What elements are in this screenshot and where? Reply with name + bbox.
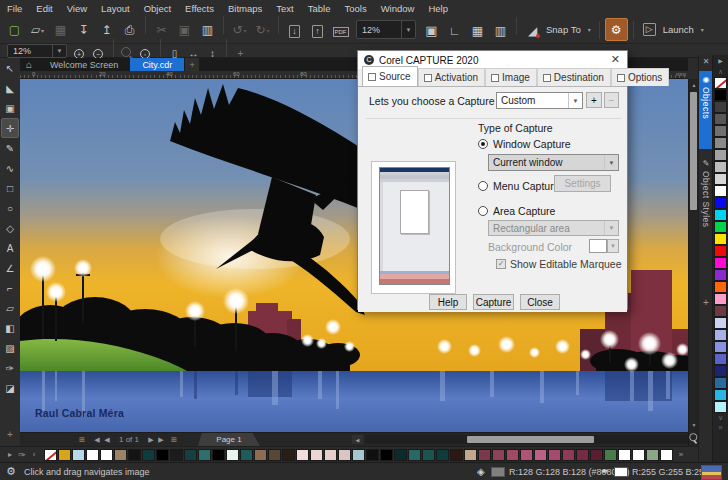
area-capture-radio[interactable] — [478, 206, 488, 216]
chevron-down-icon[interactable]: ▼ — [52, 45, 66, 57]
color-swatch[interactable] — [714, 113, 727, 125]
fullscreen-icon[interactable]: ▣ — [421, 20, 442, 41]
fill-color-swatch[interactable] — [491, 467, 505, 477]
color-swatch[interactable] — [534, 449, 547, 461]
color-swatch[interactable] — [714, 245, 727, 257]
color-swatch[interactable] — [128, 449, 141, 461]
color-swatch[interactable] — [226, 449, 239, 461]
add-docker-button[interactable]: + — [699, 297, 713, 308]
color-swatch[interactable] — [408, 449, 421, 461]
color-swatch[interactable] — [714, 185, 727, 197]
show-rulers-icon[interactable]: ∟ — [444, 21, 465, 42]
color-swatch[interactable] — [618, 449, 631, 461]
dialog-tab-image[interactable]: Image — [485, 68, 537, 86]
options-gear-icon[interactable]: ⚙ — [605, 18, 628, 41]
import-icon[interactable]: ↓ — [284, 21, 305, 42]
toolbar-zoom-combo[interactable]: 12% ▼ — [356, 20, 416, 39]
transparency-tool[interactable]: ▨ — [1, 338, 19, 358]
help-button[interactable]: Help — [429, 294, 467, 310]
next-page-icon[interactable]: ▶ — [146, 434, 156, 445]
capture-button[interactable]: Capture — [473, 294, 514, 310]
tab-welcome-screen[interactable]: Welcome Screen — [38, 58, 130, 71]
horizontal-scrollbar[interactable]: ◀ — [365, 435, 688, 444]
color-swatch[interactable] — [338, 449, 351, 461]
menu-layout[interactable]: Layout — [94, 3, 137, 14]
eraser-tool[interactable]: ◪ — [1, 378, 19, 398]
color-swatch[interactable] — [714, 197, 727, 209]
no-fill-swatch[interactable] — [44, 449, 57, 461]
preset-combo[interactable]: Custom ▼ — [496, 92, 583, 109]
menu-capture-label[interactable]: Menu Capture — [493, 180, 560, 192]
color-swatch[interactable] — [492, 449, 505, 461]
palette-flyout-icon[interactable]: ▶ — [718, 55, 723, 67]
color-swatch[interactable] — [240, 449, 253, 461]
vertical-scroll-thumb[interactable] — [690, 92, 697, 210]
first-page-icon[interactable]: ◀ — [92, 434, 102, 445]
dialog-tab-activation[interactable]: Activation — [418, 68, 485, 86]
menu-text[interactable]: Text — [269, 3, 300, 14]
color-swatch[interactable] — [478, 449, 491, 461]
color-swatch[interactable] — [352, 449, 365, 461]
area-capture-label[interactable]: Area Capture — [493, 205, 555, 217]
color-swatch[interactable] — [714, 293, 727, 305]
color-swatch[interactable] — [714, 257, 727, 269]
launch-icon[interactable]: ▷ — [639, 19, 660, 40]
palette-scroll-up-icon[interactable]: ∧ — [718, 67, 723, 77]
background-color-swatch[interactable] — [589, 239, 607, 253]
export-icon[interactable]: ↑ — [307, 21, 328, 42]
color-swatch[interactable] — [714, 317, 727, 329]
vertical-scrollbar[interactable]: ▲ ▼ — [688, 79, 698, 446]
freehand-tool[interactable]: ✎ — [1, 138, 19, 158]
color-swatch[interactable] — [714, 353, 727, 365]
color-swatch[interactable] — [310, 449, 323, 461]
redo-icon[interactable]: ↻▾ — [252, 20, 273, 41]
docker-tab-object-styles[interactable]: ✎ Object Styles — [699, 155, 713, 251]
color-swatch[interactable] — [296, 449, 309, 461]
palette-scroll-down-icon[interactable]: ∨ — [718, 413, 723, 423]
snap-toggle-icon[interactable]: ◢ — [522, 21, 543, 42]
menu-bitmaps[interactable]: Bitmaps — [221, 3, 269, 14]
color-swatch[interactable] — [590, 449, 603, 461]
color-swatch[interactable] — [714, 89, 727, 101]
shape-tool[interactable]: ◣ — [1, 78, 19, 98]
menu-capture-radio[interactable] — [478, 181, 488, 191]
show-grid-icon[interactable]: ▦ — [467, 21, 488, 42]
horizontal-scroll-thumb[interactable] — [467, 436, 594, 443]
color-swatch[interactable] — [562, 449, 575, 461]
palette-overflow-icon[interactable]: » — [675, 450, 687, 459]
color-swatch[interactable] — [212, 449, 225, 461]
area-capture-combo[interactable]: Rectangular area ▼ — [488, 220, 619, 236]
new-tab-button[interactable]: + — [185, 58, 199, 71]
menu-file[interactable]: File — [0, 3, 29, 14]
window-capture-radio[interactable] — [478, 139, 488, 149]
menu-view[interactable]: View — [60, 3, 94, 14]
color-swatch[interactable] — [714, 101, 727, 113]
color-swatch[interactable] — [714, 377, 727, 389]
tab-city-cdr[interactable]: City.cdr — [130, 58, 184, 71]
snap-to-label[interactable]: Snap To — [546, 24, 581, 35]
add-page-icon[interactable]: ⊞ — [168, 434, 180, 445]
polygon-tool[interactable]: ◇ — [1, 218, 19, 238]
launch-label[interactable]: Launch — [663, 24, 694, 35]
eyedropper-tool[interactable]: ✑ — [1, 358, 19, 378]
connector-tool[interactable]: ⌐ — [1, 278, 19, 298]
add-page-icon[interactable]: ⊞ — [76, 434, 88, 445]
show-editable-marquee-checkbox[interactable]: ✓ — [496, 259, 506, 269]
open-folder-icon[interactable]: ▱▾ — [27, 20, 48, 41]
docker-tab-objects[interactable]: ◉ Objects — [699, 71, 713, 149]
settings-button[interactable]: Settings — [554, 175, 611, 192]
last-page-icon[interactable]: ▶ — [156, 434, 166, 445]
shadow-tool[interactable]: ▱ — [1, 298, 19, 318]
remove-preset-button[interactable]: − — [604, 92, 619, 108]
color-swatch[interactable] — [366, 449, 379, 461]
color-swatch[interactable] — [714, 137, 727, 149]
color-swatch[interactable] — [72, 449, 85, 461]
color-swatch[interactable] — [114, 449, 127, 461]
color-swatch[interactable] — [632, 449, 645, 461]
color-swatch[interactable] — [604, 449, 617, 461]
home-icon[interactable]: ⌂ — [20, 58, 38, 71]
add-tools-button[interactable]: + — [1, 424, 19, 444]
eyedropper-icon[interactable]: ✑ — [16, 450, 28, 460]
menu-window[interactable]: Window — [374, 3, 422, 14]
color-swatch[interactable] — [714, 341, 727, 353]
